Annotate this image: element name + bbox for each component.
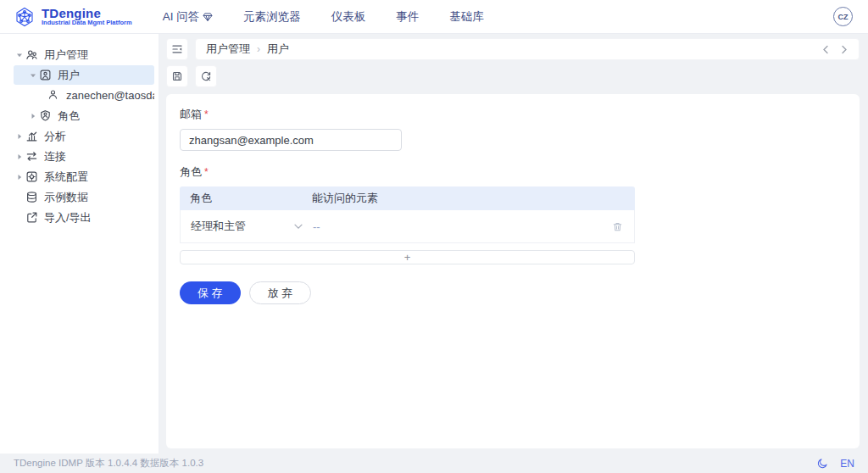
language-toggle[interactable]: EN xyxy=(840,458,854,470)
app-footer: TDengine IDMP 版本 1.0.4.4 数据版本 1.0.3 EN xyxy=(0,454,868,473)
sidebar-item-label: 导入/导出 xyxy=(44,210,92,225)
sidebar-item-label: 连接 xyxy=(44,149,66,164)
logo-text: TDengine Industrial Data Mgmt Platform xyxy=(42,7,132,27)
sidebar-item-import-export[interactable]: 导入/导出 xyxy=(14,208,154,227)
forward-arrow-icon[interactable] xyxy=(840,45,849,54)
breadcrumb-nav xyxy=(821,45,849,54)
caret-right-icon[interactable] xyxy=(14,133,25,140)
caret-right-icon[interactable] xyxy=(27,113,39,120)
logo-title: TDengine xyxy=(42,7,132,20)
version-text: TDengine IDMP 版本 1.0.4.4 数据版本 1.0.3 xyxy=(14,457,203,470)
reset-toolbar-button[interactable] xyxy=(195,65,217,87)
nav-item-base-library[interactable]: 基础库 xyxy=(449,9,484,25)
sidebar-item-roles[interactable]: 角色 xyxy=(14,106,154,125)
required-mark: * xyxy=(204,109,209,120)
connection-icon xyxy=(25,150,38,163)
dark-mode-moon-icon[interactable] xyxy=(817,458,828,469)
email-field[interactable] xyxy=(180,129,402,151)
sidebar-item-sample-data[interactable]: 示例数据 xyxy=(14,187,154,207)
chevron-down-icon xyxy=(294,224,303,230)
nav-item-label: 基础库 xyxy=(449,9,484,25)
nav-item-dashboard[interactable]: 仪表板 xyxy=(331,9,366,25)
sidebar-item-connections[interactable]: 连接 xyxy=(14,147,154,166)
email-label: 邮箱* xyxy=(180,107,846,122)
caret-right-icon[interactable] xyxy=(14,153,25,160)
breadcrumb-item-user[interactable]: 用户 xyxy=(267,42,289,57)
nav-item-label: AI 问答 xyxy=(163,9,200,25)
nav-item-element-browser[interactable]: 元素浏览器 xyxy=(243,9,301,25)
sidebar-item-label: 用户管理 xyxy=(44,47,88,63)
nav-item-label: 元素浏览器 xyxy=(243,9,301,25)
app-logo[interactable]: TDengine Industrial Data Mgmt Platform xyxy=(0,6,144,28)
main-nav: AI 问答 元素浏览器 仪表板 事件 基础库 xyxy=(163,9,484,25)
column-header-role: 角色 xyxy=(180,191,312,206)
user-avatar[interactable]: CZ xyxy=(833,7,853,26)
tdengine-logo-icon xyxy=(14,6,36,28)
save-toolbar-button[interactable] xyxy=(166,65,188,87)
caret-right-icon[interactable] xyxy=(14,174,25,181)
sidebar-tree: 用户管理 用户 zanechen@taosdata.co xyxy=(0,34,159,454)
user-form-card: 邮箱* 角色* 角色 能访问的元素 经理和主管 xyxy=(166,94,860,448)
caret-down-icon[interactable] xyxy=(27,72,39,79)
column-header-accessible-elements: 能访问的元素 xyxy=(312,191,635,206)
nav-item-ai-qa[interactable]: AI 问答 xyxy=(163,9,214,25)
role-table-body: 经理和主管 -- xyxy=(180,210,635,243)
logo-subtitle: Industrial Data Mgmt Platform xyxy=(42,19,132,26)
sidebar-item-label: 示例数据 xyxy=(44,190,88,205)
sidebar-item-label: 分析 xyxy=(44,129,66,144)
import-export-icon xyxy=(25,211,38,224)
gem-icon xyxy=(203,12,213,22)
sidebar-item-analysis[interactable]: 分析 xyxy=(14,126,154,146)
role-table: 角色 能访问的元素 经理和主管 -- xyxy=(180,186,635,243)
add-role-row-button[interactable]: + xyxy=(180,250,635,264)
settings-icon xyxy=(25,170,38,183)
role-table-header: 角色 能访问的元素 xyxy=(180,186,635,210)
collapse-sidebar-button[interactable] xyxy=(166,38,188,60)
sidebar-item-label: 用户 xyxy=(58,68,80,83)
back-arrow-icon[interactable] xyxy=(821,45,830,54)
sidebar-item-zanechen[interactable]: zanechen@taosdata.co xyxy=(14,86,154,105)
sidebar-item-user-management[interactable]: 用户管理 xyxy=(14,45,154,64)
delete-row-icon[interactable] xyxy=(612,221,623,232)
app-header: TDengine Industrial Data Mgmt Platform A… xyxy=(0,0,868,34)
main-area: 用户管理 › 用户 xyxy=(159,34,868,454)
discard-button[interactable]: 放 弃 xyxy=(249,281,312,304)
email-label-text: 邮箱 xyxy=(180,108,202,120)
sidebar-item-label: 角色 xyxy=(58,109,80,124)
sidebar-item-label: zanechen@taosdata.co xyxy=(66,89,154,102)
role-label-text: 角色 xyxy=(180,165,202,178)
role-badge-icon xyxy=(39,109,52,122)
chart-icon xyxy=(25,130,38,142)
nav-item-events[interactable]: 事件 xyxy=(396,9,419,25)
breadcrumb-row: 用户管理 › 用户 xyxy=(166,38,860,60)
form-actions: 保 存 放 弃 xyxy=(180,281,846,304)
breadcrumb-separator: › xyxy=(257,43,260,55)
sidebar-item-users[interactable]: 用户 xyxy=(14,65,154,85)
sidebar-item-system-config[interactable]: 系统配置 xyxy=(14,167,154,186)
caret-down-icon[interactable] xyxy=(14,52,25,58)
header-right: CZ xyxy=(833,7,868,26)
accessible-elements-value: -- xyxy=(313,220,612,233)
save-button[interactable]: 保 存 xyxy=(180,281,241,304)
breadcrumb-item-user-management[interactable]: 用户管理 xyxy=(206,42,250,57)
sidebar-item-label: 系统配置 xyxy=(44,170,88,185)
role-select-value: 经理和主管 xyxy=(191,219,246,234)
role-label: 角色* xyxy=(180,164,846,180)
table-row: 经理和主管 -- xyxy=(181,210,634,242)
user-icon xyxy=(47,89,60,102)
breadcrumb: 用户管理 › 用户 xyxy=(195,38,860,60)
nav-item-label: 事件 xyxy=(396,9,419,25)
nav-item-label: 仪表板 xyxy=(331,9,366,25)
action-toolbar xyxy=(166,65,860,87)
database-icon xyxy=(25,191,38,203)
required-mark: * xyxy=(204,166,209,178)
footer-right: EN xyxy=(817,458,854,470)
user-group-icon xyxy=(25,48,38,61)
user-card-icon xyxy=(39,69,52,81)
role-select[interactable]: 经理和主管 xyxy=(191,219,303,234)
